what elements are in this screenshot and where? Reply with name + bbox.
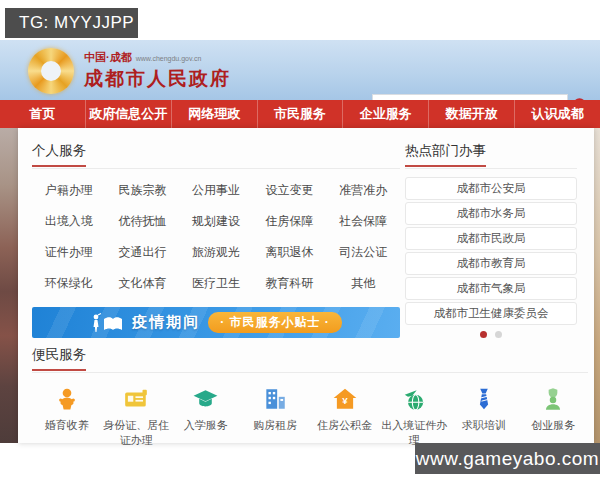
personal-service-link-1[interactable]: 民族宗教 [106,175,180,206]
personal-service-link-18[interactable]: 教育科研 [253,268,327,299]
nav-item-1[interactable]: 政府信息公开 [86,100,172,128]
department-button-5[interactable]: 成都市卫生健康委员会 [405,302,577,325]
personal-service-link-15[interactable]: 环保绿化 [32,268,106,299]
site-logo[interactable]: 中国·成都 www.chengdu.gov.cn 成都市人民政府 [28,48,231,94]
content-panel: 个人服务 户籍办理民族宗教公用事业设立变更准营准办出境入境优待抚恤规划建设住房保… [18,128,594,443]
service-label: 购房租房 [253,418,297,433]
nav-item-2[interactable]: 网络理政 [172,100,258,128]
graduation-cap-icon [192,385,219,412]
personal-service-link-9[interactable]: 社会保障 [326,206,400,237]
personal-service-link-4[interactable]: 准营准办 [326,175,400,206]
site-title: 成都市人民政府 [84,66,231,92]
personal-service-link-12[interactable]: 旅游观光 [179,237,253,268]
epidemic-tips-banner[interactable]: 疫情期间 · 市民服务小贴士 · [32,307,400,338]
service-label: 身份证、居住证办理 [102,418,172,448]
buildings-icon [262,385,289,412]
hot-departments-list: 成都市公安局成都市水务局成都市民政局成都市教育局成都市气象局成都市卫生健康委员会 [405,177,577,325]
personal-service-link-2[interactable]: 公用事业 [179,175,253,206]
service-item-1[interactable]: 身份证、居住证办理 [102,385,172,448]
convenient-services-section: 便民服务 婚育收养身份证、居住证办理入学服务购房租房¥住房公积金出入境证件办理求… [32,346,588,448]
hot-departments-section: 热点部门办事 成都市公安局成都市水务局成都市民政局成都市教育局成都市气象局成都市… [405,142,577,338]
person-book-icon [90,313,124,333]
tg-badge: TG: MYYJJPP [5,8,138,38]
plane-globe-icon [401,385,428,412]
service-item-4[interactable]: ¥住房公积金 [310,385,380,448]
personal-service-link-7[interactable]: 规划建设 [179,206,253,237]
convenient-services-title: 便民服务 [32,346,588,373]
department-button-2[interactable]: 成都市民政局 [405,227,577,250]
service-item-6[interactable]: 求职培训 [449,385,519,448]
service-label: 入学服务 [184,418,228,433]
banner-title: 疫情期间 [132,313,200,332]
personal-service-link-16[interactable]: 文化体育 [106,268,180,299]
personal-service-link-3[interactable]: 设立变更 [253,175,327,206]
service-item-2[interactable]: 入学服务 [171,385,241,448]
nav-item-0[interactable]: 首页 [0,100,86,128]
service-label: 住房公积金 [317,418,372,433]
service-label: 婚育收养 [45,418,89,433]
pagination-dot-1[interactable] [495,331,502,338]
service-label: 创业服务 [531,418,575,433]
personal-services-section: 个人服务 户籍办理民族宗教公用事业设立变更准营准办出境入境优待抚恤规划建设住房保… [32,142,400,338]
house-fund-icon: ¥ [331,385,358,412]
personal-service-link-6[interactable]: 优待抚恤 [106,206,180,237]
service-label: 求职培训 [462,418,506,433]
service-item-3[interactable]: 购房租房 [241,385,311,448]
personal-service-link-13[interactable]: 离职退休 [253,237,327,268]
personal-services-grid: 户籍办理民族宗教公用事业设立变更准营准办出境入境优待抚恤规划建设住房保障社会保障… [32,175,400,299]
id-card-icon [123,385,150,412]
nav-item-4[interactable]: 企业服务 [343,100,429,128]
personal-service-link-17[interactable]: 医疗卫生 [179,268,253,299]
svg-text:¥: ¥ [342,395,348,406]
baby-icon [53,385,80,412]
main-nav: 首页政府信息公开网络理政市民服务企业服务数据开放认识成都 [0,100,600,128]
watermark: www.gameyabo.com [415,443,600,474]
site-header: 中国·成都 www.chengdu.gov.cn 成都市人民政府 热词： “十四… [0,40,600,100]
nav-item-6[interactable]: 认识成都 [515,100,600,128]
sunbird-logo-icon [28,48,74,94]
pagination-dot-0[interactable] [480,331,487,338]
service-item-0[interactable]: 婚育收养 [32,385,102,448]
logo-country-city: 中国·成都 [84,50,132,65]
service-item-7[interactable]: 创业服务 [519,385,589,448]
personal-service-link-8[interactable]: 住房保障 [253,206,327,237]
department-button-0[interactable]: 成都市公安局 [405,177,577,200]
department-button-1[interactable]: 成都市水务局 [405,202,577,225]
hot-departments-title: 热点部门办事 [405,142,577,169]
banner-pill: · 市民服务小贴士 · [208,312,342,333]
entrepreneur-icon [540,385,567,412]
tie-icon [470,385,497,412]
personal-services-title: 个人服务 [32,142,400,169]
nav-item-3[interactable]: 市民服务 [258,100,344,128]
personal-service-link-11[interactable]: 交通出行 [106,237,180,268]
service-item-5[interactable]: 出入境证件办理 [380,385,450,448]
logo-url: www.chengdu.gov.cn [136,55,202,62]
personal-service-link-0[interactable]: 户籍办理 [32,175,106,206]
personal-service-link-19[interactable]: 其他 [326,268,400,299]
convenient-services-row: 婚育收养身份证、居住证办理入学服务购房租房¥住房公积金出入境证件办理求职培训创业… [32,385,588,448]
nav-item-5[interactable]: 数据开放 [429,100,515,128]
department-button-4[interactable]: 成都市气象局 [405,277,577,300]
pagination-dots [405,331,577,338]
department-button-3[interactable]: 成都市教育局 [405,252,577,275]
personal-service-link-10[interactable]: 证件办理 [32,237,106,268]
personal-service-link-14[interactable]: 司法公证 [326,237,400,268]
personal-service-link-5[interactable]: 出境入境 [32,206,106,237]
